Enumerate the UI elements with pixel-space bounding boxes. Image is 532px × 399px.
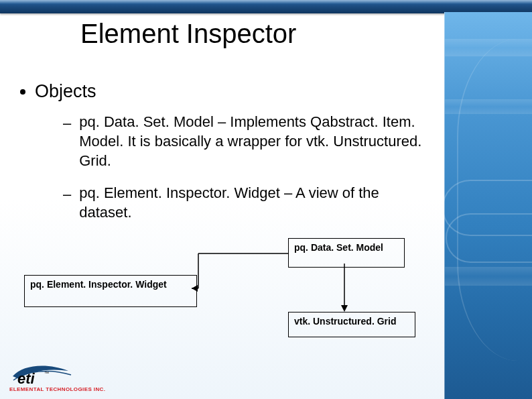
svg-marker-5 <box>341 305 348 312</box>
logo-name: eti <box>17 370 36 387</box>
bullet-row: Objects <box>20 80 431 102</box>
logo-icon: eti ™ ELEMENTAL TECHNOLOGIES INC. <box>9 361 110 392</box>
slide-title: Element Inspector <box>80 19 296 49</box>
sub-bullet-text: pq. Element. Inspector. Widget – A view … <box>79 184 431 222</box>
content-area: Objects – pq. Data. Set. Model – Impleme… <box>20 80 431 235</box>
sub-bullets: – pq. Data. Set. Model – Implements Qabs… <box>63 113 431 222</box>
dash-icon: – <box>63 114 71 170</box>
diagram-box-model: pq. Data. Set. Model <box>288 238 405 268</box>
bullet-text: Objects <box>35 80 96 102</box>
slide: Element Inspector Objects – pq. Data. Se… <box>0 0 532 399</box>
diagram-box-widget: pq. Element. Inspector. Widget <box>24 275 197 307</box>
sub-bullet-text: pq. Data. Set. Model – Implements Qabstr… <box>79 113 431 170</box>
header-highlight <box>0 0 532 4</box>
diagram-box-grid: vtk. Unstructured. Grid <box>288 312 415 337</box>
logo: eti ™ ELEMENTAL TECHNOLOGIES INC. <box>9 361 110 392</box>
logo-trademark: ™ <box>44 371 49 376</box>
side-decor-panel <box>444 12 532 399</box>
logo-subtitle: ELEMENTAL TECHNOLOGIES INC. <box>9 386 105 392</box>
decor-circle <box>446 213 532 263</box>
header-bar <box>0 0 532 13</box>
sub-bullet-row: – pq. Element. Inspector. Widget – A vie… <box>63 184 431 222</box>
sub-bullet-row: – pq. Data. Set. Model – Implements Qabs… <box>63 113 431 170</box>
svg-marker-3 <box>192 285 198 292</box>
bullet-dot-icon <box>20 89 25 95</box>
dash-icon: – <box>63 185 71 222</box>
